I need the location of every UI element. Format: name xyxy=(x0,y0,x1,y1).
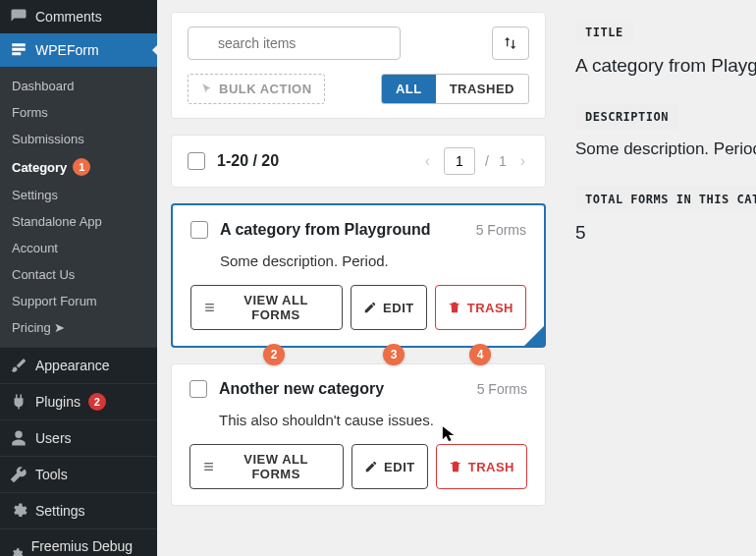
range-label: 1-20 / 20 xyxy=(217,152,279,170)
plugin-subnav: Dashboard Forms Submissions Category1 Se… xyxy=(0,67,157,347)
admin-sidebar: Comments WPEForm Dashboard Forms Submiss… xyxy=(0,0,157,556)
meta-forms-value: 5 xyxy=(575,222,740,244)
sidebar-item-plugins[interactable]: Plugins 2 xyxy=(0,383,157,419)
pencil-icon xyxy=(364,460,378,473)
sidebar-label: Comments xyxy=(35,9,102,25)
meta-forms-label: TOTAL FORMS IN THIS CATEGORY xyxy=(575,187,756,212)
subnav-submissions[interactable]: Submissions xyxy=(0,126,157,152)
sort-button[interactable] xyxy=(492,27,529,60)
category-desc: This also shouldn't cause issues. xyxy=(219,412,527,428)
plug-icon xyxy=(10,393,27,411)
pointer-icon xyxy=(200,83,214,96)
subnav-contact[interactable]: Contact Us xyxy=(0,261,157,288)
plugin-label: WPEForm xyxy=(35,42,99,58)
list-icon xyxy=(202,460,215,473)
category-card[interactable]: Another new category 5 Forms This also s… xyxy=(171,363,546,506)
view-forms-button[interactable]: VIEW ALL FORMS xyxy=(189,444,344,489)
sort-icon xyxy=(503,35,518,51)
subnav-pricing[interactable]: Pricing ➤ xyxy=(0,314,157,341)
sidebar-item-wpeform[interactable]: WPEForm xyxy=(0,33,157,67)
edit-button[interactable]: EDIT xyxy=(351,444,428,489)
page-input[interactable] xyxy=(444,147,475,175)
row-checkbox[interactable] xyxy=(189,380,207,398)
subnav-category[interactable]: Category1 xyxy=(0,152,157,182)
filter-trashed[interactable]: TRASHED xyxy=(436,75,528,103)
marker-2: 2 xyxy=(263,344,285,365)
gear-icon xyxy=(10,545,24,556)
category-title: A category from Playground xyxy=(220,221,464,239)
category-title: Another new category xyxy=(219,380,465,398)
category-desc: Some description. Period. xyxy=(220,252,526,269)
user-icon xyxy=(10,429,27,447)
select-all-checkbox[interactable] xyxy=(188,152,205,170)
sidebar-item-comments[interactable]: Comments xyxy=(0,0,157,33)
marker-4: 4 xyxy=(469,344,491,365)
marker-1: 1 xyxy=(73,158,90,176)
search-wrap xyxy=(188,27,484,60)
comment-icon xyxy=(10,8,27,26)
wrench-icon xyxy=(10,466,27,483)
trash-icon xyxy=(448,301,461,314)
meta-desc-value: Some description. Period. xyxy=(575,139,740,159)
gear-icon xyxy=(10,502,27,520)
subnav-dashboard[interactable]: Dashboard xyxy=(0,73,157,99)
list-icon xyxy=(203,301,216,314)
bulk-action-button[interactable]: BULK ACTION xyxy=(188,74,325,104)
category-count: 5 Forms xyxy=(477,381,527,397)
filter-segment: ALL TRASHED xyxy=(381,74,529,104)
cursor-icon xyxy=(442,425,456,443)
row-checkbox[interactable] xyxy=(190,221,208,239)
edit-button[interactable]: EDIT xyxy=(351,285,427,330)
main-content: BULK ACTION ALL TRASHED 1-20 / 20 ‹ / 1 … xyxy=(157,0,560,556)
subnav-settings[interactable]: Settings xyxy=(0,182,157,208)
filter-card: BULK ACTION ALL TRASHED xyxy=(171,12,546,119)
trash-icon xyxy=(449,460,462,473)
category-count: 5 Forms xyxy=(476,222,526,238)
prev-page[interactable]: ‹ xyxy=(421,152,434,170)
pencil-icon xyxy=(363,301,377,314)
meta-title-value: A category from Playground xyxy=(575,55,740,77)
meta-desc-label: DESCRIPTION xyxy=(575,104,678,130)
sidebar-item-tools[interactable]: Tools xyxy=(0,456,157,492)
search-input[interactable] xyxy=(188,27,401,60)
subnav-standalone[interactable]: Standalone App xyxy=(0,208,157,235)
marker-3: 3 xyxy=(383,344,405,365)
sidebar-item-appearance[interactable]: Appearance xyxy=(0,347,157,383)
trash-button[interactable]: TRASH xyxy=(435,285,526,330)
sidebar-item-settings[interactable]: Settings xyxy=(0,492,157,528)
next-page[interactable]: › xyxy=(516,152,529,170)
subnav-account[interactable]: Account xyxy=(0,235,157,261)
details-panel: TITLE A category from Playground DESCRIP… xyxy=(560,0,756,556)
trash-button[interactable]: TRASH xyxy=(436,444,527,489)
meta-title-label: TITLE xyxy=(575,20,633,45)
plugin-update-badge: 2 xyxy=(88,393,106,411)
form-icon xyxy=(10,41,27,59)
sidebar-item-freemius[interactable]: Freemius Debug [v.2.4.2] xyxy=(0,528,157,556)
subnav-forms[interactable]: Forms xyxy=(0,99,157,126)
filter-all[interactable]: ALL xyxy=(382,75,436,103)
brush-icon xyxy=(10,357,27,374)
page-total: 1 xyxy=(499,153,507,169)
sidebar-item-users[interactable]: Users xyxy=(0,419,157,456)
category-card[interactable]: A category from Playground 5 Forms Some … xyxy=(171,203,546,348)
view-forms-button[interactable]: VIEW ALL FORMS xyxy=(190,285,343,330)
pager-card: 1-20 / 20 ‹ / 1 › xyxy=(171,135,546,188)
subnav-support[interactable]: Support Forum xyxy=(0,288,157,314)
